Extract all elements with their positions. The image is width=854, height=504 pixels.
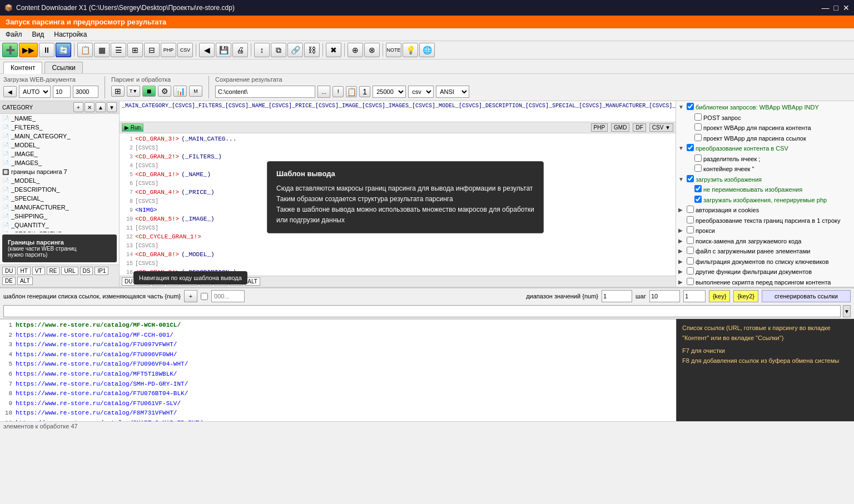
tree-item[interactable]: ▶ выполнение скрипта перед парсингом кон… xyxy=(677,277,853,287)
tree-check[interactable] xyxy=(694,164,702,172)
parse-btn1[interactable]: ⊞ xyxy=(111,86,125,97)
mid-df-btn[interactable]: DF xyxy=(633,123,646,132)
tree-check[interactable] xyxy=(687,257,694,265)
parse-btn4[interactable]: ⚙ xyxy=(158,86,171,97)
url-scroll-btn[interactable]: ▼ xyxy=(843,305,851,317)
list-item[interactable]: 📄_SHIPPING_ xyxy=(0,212,119,221)
tree-item[interactable]: ▼ библиотеки запросов: WBApp WBApp INDY xyxy=(677,102,853,113)
mid-php-btn[interactable]: PHP xyxy=(591,123,608,132)
reload-btn[interactable]: 🔄 xyxy=(56,43,71,57)
note-btn[interactable]: NOTE xyxy=(386,43,401,57)
tree-check[interactable] xyxy=(694,134,702,141)
gen-links-btn[interactable]: сгенерировать ссылки xyxy=(762,290,851,302)
play-btn[interactable]: ▶▶ xyxy=(19,43,38,57)
ht-btn[interactable]: HT xyxy=(17,267,30,275)
du-btn[interactable]: DU xyxy=(2,267,16,275)
list-item[interactable]: 📄_MAIN_CATEGORY_ xyxy=(0,132,119,141)
tree-check[interactable] xyxy=(687,216,694,223)
print-btn[interactable]: 🖨 xyxy=(232,43,248,57)
table-btn[interactable]: ⊞ xyxy=(127,43,143,57)
menu-file[interactable]: Файл xyxy=(3,29,24,39)
mid-run-btn[interactable]: ▶ Run xyxy=(122,123,143,132)
step-input[interactable] xyxy=(683,290,706,302)
tree-item[interactable]: не переименовывать изображения xyxy=(677,184,853,195)
alt-btn[interactable]: ALT xyxy=(17,277,33,285)
num2-input[interactable] xyxy=(73,86,98,98)
globe-btn[interactable]: 🌐 xyxy=(419,43,435,57)
add-btn[interactable]: ➕ xyxy=(2,43,18,57)
chain2-btn[interactable]: ⊗ xyxy=(364,43,380,57)
tree-item[interactable]: POST запрос xyxy=(677,113,853,123)
tab-links[interactable]: Ссылки xyxy=(44,62,82,73)
tree-item[interactable]: ▼ преобразование контента в CSV xyxy=(677,143,853,154)
bulb-btn[interactable]: 💡 xyxy=(403,43,418,57)
url-btn[interactable]: URL xyxy=(61,267,78,275)
tree-check[interactable] xyxy=(694,185,702,192)
grid-btn[interactable]: ▦ xyxy=(94,43,110,57)
list-item[interactable]: 📄_MODEL_ xyxy=(0,141,119,149)
left-del-btn[interactable]: ✕ xyxy=(85,102,95,112)
tree-check[interactable] xyxy=(687,278,694,285)
list-item[interactable]: 📄_IMAGE_ xyxy=(0,149,119,158)
split-btn[interactable]: ⊟ xyxy=(144,43,160,57)
tree-check[interactable] xyxy=(687,247,694,254)
tree-check[interactable] xyxy=(694,113,702,121)
save-btn[interactable]: 💾 xyxy=(216,43,231,57)
re-btn[interactable]: RE xyxy=(47,267,60,275)
close-btn[interactable]: ✕ xyxy=(843,3,850,12)
count-select[interactable]: 25000 xyxy=(373,86,406,98)
ip1-btn[interactable]: IP1 xyxy=(95,267,108,275)
browse-btn[interactable]: ... xyxy=(317,86,330,98)
move-btn[interactable]: ↕ xyxy=(254,43,270,57)
tab-content[interactable]: Контент xyxy=(3,62,42,74)
format-select[interactable]: csv xyxy=(408,86,434,98)
link-btn[interactable]: 🔗 xyxy=(287,43,303,57)
copy2-btn[interactable]: ⧉ xyxy=(271,43,286,57)
tree-check[interactable] xyxy=(687,103,694,110)
left-up-btn[interactable]: ▲ xyxy=(96,102,106,112)
list-item[interactable]: 📄_MANUFACTURER_ xyxy=(0,203,119,212)
maximize-btn[interactable]: □ xyxy=(834,3,838,12)
range-to-input[interactable] xyxy=(649,290,680,302)
parse-btn3[interactable]: ■ xyxy=(142,86,156,97)
tree-check[interactable] xyxy=(687,226,694,233)
tree-item[interactable]: контейнер ячеек " xyxy=(677,164,853,174)
key2-btn[interactable]: {key2} xyxy=(733,290,758,302)
tree-check[interactable] xyxy=(694,196,702,203)
tree-item[interactable]: ▶ фильтрация документов по списку ключев… xyxy=(677,257,853,267)
url-add-btn[interactable]: + xyxy=(184,290,197,302)
tree-item[interactable]: ▼ загрузить изображения xyxy=(677,174,853,185)
encoding-select[interactable]: ANSI xyxy=(436,86,469,98)
list-item[interactable]: 📄_NAME_ xyxy=(0,114,119,123)
url-checkbox[interactable] xyxy=(201,293,208,300)
parse-btn5[interactable]: 📊 xyxy=(173,86,187,97)
tree-item[interactable]: ▶ авторизация и cookies xyxy=(677,205,853,216)
x-btn[interactable]: ✖ xyxy=(326,43,341,57)
link2-btn[interactable]: ⛓ xyxy=(304,43,320,57)
tree-item[interactable]: проект WBApp для парсинга ссылок xyxy=(677,133,853,144)
tree-item[interactable]: проект WBApp для парсинга контента xyxy=(677,123,853,133)
tree-item[interactable]: ▶ поиск-замена для загружаемого кода xyxy=(677,236,853,247)
list-item[interactable]: 🔲границы парсинга 7 xyxy=(0,167,119,176)
key1-btn[interactable]: {key} xyxy=(709,290,730,302)
range-from-input[interactable] xyxy=(602,290,632,302)
list-item[interactable]: 📄_QUANTITY_ xyxy=(0,221,119,229)
tree-check[interactable] xyxy=(687,206,694,213)
url-placeholder-input[interactable] xyxy=(211,290,245,302)
left-dn-btn[interactable]: ▼ xyxy=(107,102,117,112)
left-add-btn[interactable]: + xyxy=(73,102,83,112)
list-item[interactable]: 📄_DESCRIPTION_ xyxy=(0,185,119,194)
list-btn[interactable]: ☰ xyxy=(111,43,126,57)
tree-item[interactable]: загружать изображения, генерируемые php xyxy=(677,195,853,206)
auto-select[interactable]: AUTO xyxy=(19,86,51,98)
mid-csv-btn[interactable]: CSV ▼ xyxy=(649,123,673,132)
save-path-input[interactable] xyxy=(215,86,315,98)
tree-check[interactable] xyxy=(694,123,702,131)
list-item[interactable]: 📄_IMAGES_ xyxy=(0,158,119,167)
save-icon3-btn[interactable]: 1 xyxy=(359,86,370,97)
csv-btn[interactable]: CSV xyxy=(177,43,193,57)
tree-check[interactable] xyxy=(687,175,694,182)
vt-btn[interactable]: VT xyxy=(32,267,45,275)
tree-item[interactable]: ▶ файл с загружеными ранее элементами xyxy=(677,246,853,257)
tree-check[interactable] xyxy=(687,267,694,275)
